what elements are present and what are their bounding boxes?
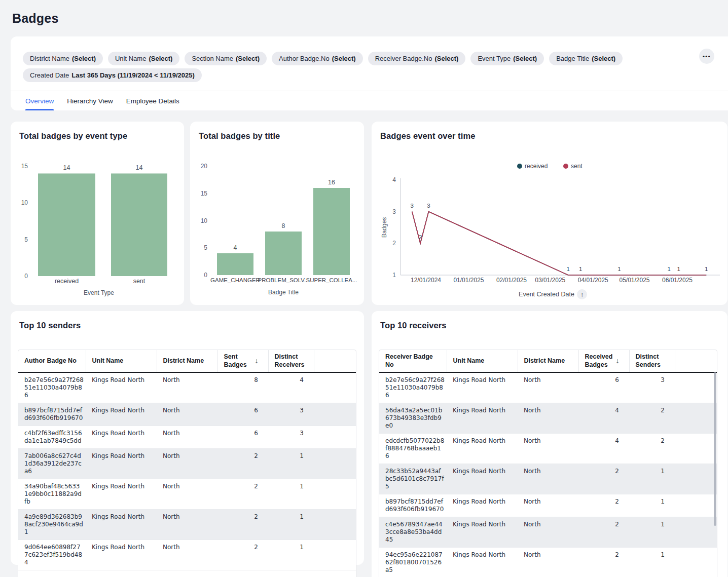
svg-text:06/01/2025: 06/01/2025 <box>662 277 693 284</box>
table-scrollbar[interactable] <box>714 372 716 526</box>
district-cell: North <box>157 479 217 509</box>
filter-chip-badge-title[interactable]: Badge Title(Select) <box>549 52 623 65</box>
chart-card-badges-by-title: Total badges by title 051015204GAME_CHAN… <box>190 122 364 305</box>
filter-bar: District Name(Select)Unit Name(Select)Se… <box>11 36 728 110</box>
column-label: Author Badge No <box>24 357 77 365</box>
svg-text:4: 4 <box>234 244 237 251</box>
svg-text:4: 4 <box>392 176 396 183</box>
empty-cell <box>675 372 717 403</box>
svg-text:8: 8 <box>282 222 285 229</box>
column-header-author-badge-no[interactable]: Author Badge No <box>18 350 86 372</box>
filter-chip-unit-name[interactable]: Unit Name(Select) <box>108 52 179 65</box>
count-cell: 3 <box>629 372 675 403</box>
svg-text:10: 10 <box>201 217 208 224</box>
district-cell: North <box>157 372 217 403</box>
count-cell: 1 <box>629 464 675 494</box>
chip-label: Created Date <box>30 71 69 79</box>
table-row: 28c33b52a9443afbc5d6101c8c7917f5Kings Ro… <box>379 464 717 494</box>
column-label: Unit Name <box>92 357 124 365</box>
chip-value: Last 365 Days (11/19/2024 < 11/19/2025) <box>71 71 195 79</box>
unit-name-cell: Kings Road North <box>447 494 518 517</box>
column-label: Unit Name <box>453 357 485 365</box>
badge-id-cell: b2e7e56c9a27f26851e11030a4079b86 <box>379 372 447 403</box>
filter-chip-event-type[interactable]: Event Type(Select) <box>470 52 544 65</box>
district-cell: North <box>518 464 578 494</box>
unit-name-cell: Kings Road North <box>86 372 157 403</box>
svg-text:3: 3 <box>411 203 414 209</box>
badge-id-cell: b2e7e56c9a27f26851e11030a4079b86 <box>18 372 86 403</box>
svg-text:Badges: Badges <box>381 217 388 238</box>
bar-chart-event-type: 05101514received14sentEvent Type <box>11 122 184 305</box>
filter-chip-receiver-badge-no[interactable]: Receiver Badge.No(Select) <box>368 52 466 65</box>
count-cell: 1 <box>629 517 675 547</box>
tab-hierarchy-view[interactable]: Hierarchy View <box>67 91 113 110</box>
empty-cell <box>314 479 356 509</box>
svg-text:1: 1 <box>617 266 621 272</box>
filter-chip-author-badge-no[interactable]: Author Badge.No(Select) <box>272 52 363 65</box>
unit-name-cell: Kings Road North <box>86 509 157 540</box>
top-senders-card: Top 10 senders Author Badge NoUnit NameD… <box>11 311 364 565</box>
column-header-sent-badges[interactable]: Sent Badges↓ <box>217 350 268 372</box>
count-cell: 2 <box>578 547 629 577</box>
table-row: 9d064ee60898f277c623ef3f519bd484Kings Ro… <box>18 540 356 570</box>
column-header-distinct-senders[interactable]: Distinct Senders <box>629 350 675 372</box>
more-options-button[interactable]: ••• <box>699 49 714 64</box>
district-cell: North <box>518 372 578 403</box>
count-cell: 2 <box>629 433 675 464</box>
svg-text:1: 1 <box>579 266 582 272</box>
district-cell: North <box>157 426 217 448</box>
filter-chip-created-date[interactable]: Created DateLast 365 Days (11/19/2024 < … <box>23 68 202 82</box>
bar-super-collea <box>313 188 350 275</box>
count-cell: 3 <box>268 403 314 426</box>
tab-overview[interactable]: Overview <box>25 91 54 110</box>
series-line-received <box>412 212 706 275</box>
column-label: District Name <box>163 357 204 365</box>
filter-chip-section-name[interactable]: Section Name(Select) <box>185 52 267 65</box>
svg-text:Event Type: Event Type <box>84 289 114 296</box>
column-header-distinct-receivers[interactable]: Distinct Receivers <box>268 350 314 372</box>
column-header-district-name[interactable]: District Name <box>518 350 578 372</box>
svg-text:received: received <box>55 278 79 285</box>
count-cell: 6 <box>217 426 268 448</box>
tab-employee-details[interactable]: Employee Details <box>126 91 179 110</box>
count-cell: 1 <box>268 448 314 479</box>
chip-label: Receiver Badge.No <box>375 55 432 62</box>
unit-name-cell: Kings Road North <box>447 517 518 547</box>
svg-text:sent: sent <box>571 163 583 170</box>
svg-text:04/01/2025: 04/01/2025 <box>578 277 608 284</box>
count-cell: 1 <box>629 547 675 577</box>
unit-name-cell: Kings Road North <box>86 403 157 426</box>
svg-text:received: received <box>525 163 548 170</box>
chip-value: (Select) <box>592 55 615 62</box>
district-cell: North <box>518 547 578 577</box>
badge-id-cell: c4e56789347ae443cce8a8e53ba4dd45 <box>379 517 447 547</box>
column-header-receiver-badge-no[interactable]: Receiver Badge No <box>379 350 447 372</box>
table-title: Top 10 senders <box>19 321 81 330</box>
svg-text:Badge Title: Badge Title <box>268 289 299 296</box>
unit-name-cell: Kings Road North <box>86 448 157 479</box>
unit-name-cell: Kings Road North <box>447 464 518 494</box>
legend-dot-sent <box>563 164 568 169</box>
column-header-district-name[interactable]: District Name <box>157 350 217 372</box>
column-label: Receiver Badge No <box>385 353 443 369</box>
series-line-sent <box>412 212 706 275</box>
count-cell: 2 <box>629 403 675 433</box>
chip-label: Unit Name <box>115 55 146 62</box>
chip-value: (Select) <box>149 55 172 62</box>
chart-card-badges-by-event-type: Total badges by event type 05101514recei… <box>11 122 184 305</box>
table-row: b2e7e56c9a27f26851e11030a4079b86Kings Ro… <box>379 372 717 403</box>
column-header-unit-name[interactable]: Unit Name <box>86 350 157 372</box>
column-header-unit-name[interactable]: Unit Name <box>447 350 518 372</box>
table-row: c4bf2f63edffc3156da1e1ab7849c5ddKings Ro… <box>18 426 356 448</box>
count-cell: 1 <box>268 479 314 509</box>
svg-text:1: 1 <box>705 266 708 272</box>
count-cell: 3 <box>268 426 314 448</box>
bar-problem-solv <box>265 232 302 275</box>
table-row: b897bcf8715dd7efd693f606fb919670Kings Ro… <box>18 403 356 426</box>
bar-sent <box>111 173 167 276</box>
column-header-received-badges[interactable]: Received Badges↓ <box>578 350 629 372</box>
count-cell: 4 <box>578 403 629 433</box>
filter-chip-district-name[interactable]: District Name(Select) <box>23 52 103 65</box>
table-row: b2e7e56c9a27f26851e11030a4079b86Kings Ro… <box>18 372 356 403</box>
svg-text:1: 1 <box>667 266 670 272</box>
